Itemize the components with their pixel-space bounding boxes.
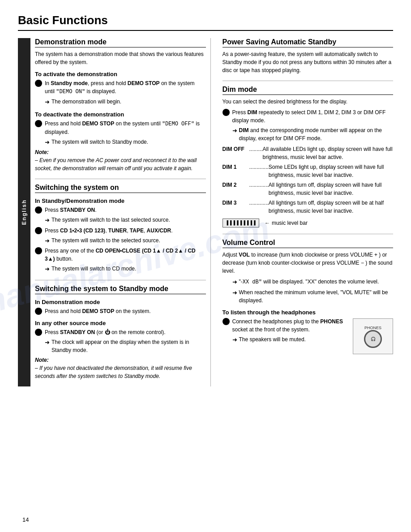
switching-on-title: Switching the system on	[35, 184, 206, 193]
music-bar-visual: ▐▐▐▐▐▐▐▐▐	[223, 219, 259, 227]
phones-box: PHONES 🎧	[353, 318, 393, 354]
volume-title: Volume Control	[223, 239, 394, 248]
arrow-icon-8: ←	[265, 220, 270, 226]
headphones-arrow-text: The speakers will be muted.	[239, 335, 306, 343]
right-column: Power Saving Automatic Standby As a powe…	[220, 38, 394, 386]
headphones-bullet-1: Connect the headphones plug to the PHONE…	[223, 317, 350, 334]
volume-arrow-2-text: When reached the minimum volume level, "…	[239, 288, 394, 305]
standby-bullet-3-text: Press any one of the CD OPEN•CLOSE (CD 1…	[45, 247, 206, 263]
dim-row-dots: .............	[249, 181, 269, 189]
volume-section: Volume Control Adjust VOL to increase (t…	[223, 239, 394, 354]
deactivate-arrow-1: ➜ The system will switch to Standby mode…	[35, 138, 206, 147]
switching-standby-section: Switching the system to Standby mode In …	[35, 285, 206, 380]
sep1: ,	[105, 227, 108, 234]
activate-bullet-1-text: In Standby mode, press and hold DEMO STO…	[45, 79, 206, 96]
music-bar-row: ▐▐▐▐▐▐▐▐▐ ← music level bar	[223, 219, 394, 227]
bullet-icon-9	[223, 318, 230, 325]
dim-row-desc: Some LEDs light up, display screen will …	[269, 163, 393, 179]
bullet-icon-6	[35, 308, 42, 315]
cd123-bold: CD 1•2•3 (CD 123)	[60, 227, 105, 234]
dim-mode-section: Dim mode You can select the desired brig…	[223, 86, 394, 227]
music-bar-label-text: music level bar	[272, 220, 308, 226]
activate-arrow-1: ➜ The demonstration will begin.	[35, 98, 206, 107]
divider-1	[35, 179, 206, 179]
note-text-2: – If you have not deactivated the demons…	[35, 365, 192, 379]
text-press4: Press	[45, 227, 60, 234]
standby-bullet-1: Press STANDBY ON.	[35, 206, 206, 214]
note-text: – Even if you remove the AC power cord a…	[35, 157, 197, 172]
page: manualarchive.com Basic Functions Englis…	[0, 0, 411, 532]
text-press-dim: Press	[232, 109, 248, 116]
phones-circle: 🎧	[364, 330, 382, 348]
dim-row-label: DIM 2	[223, 181, 249, 189]
other-subtitle: In any other source mode	[35, 320, 206, 326]
text-btn: button.	[55, 256, 73, 262]
bullet-icon-8	[223, 109, 230, 116]
headphones-text-area: Connect the headphones plug to the PHONE…	[223, 317, 350, 346]
phones-icon: 🎧	[371, 337, 376, 341]
standby-on-bold: STANDBY ON	[60, 207, 95, 213]
bullet-icon	[35, 80, 42, 87]
activate-title: To activate the demonstration	[35, 71, 206, 77]
bullet-icon-4	[35, 227, 42, 234]
switching-standby-title: Switching the system to Standby mode	[35, 285, 206, 294]
dim-table: DIM OFF ......... All available LEDs lig…	[223, 145, 394, 215]
divider-2	[35, 280, 206, 280]
bullet-icon-2	[35, 120, 42, 127]
text-demostop2: DEMO STOP	[82, 120, 114, 127]
arrow-icon-3: ➜	[45, 216, 50, 225]
dim-mode-title: Dim mode	[223, 86, 394, 95]
other-arrow-1-text: The clock will appear on the display whe…	[51, 338, 206, 354]
demo-bullet-1: Press and hold DEMO STOP on the system.	[35, 307, 206, 315]
text-in: In	[45, 80, 51, 86]
dim-arrow-1: ➜ DIM and the corresponding mode number …	[223, 126, 394, 142]
switching-on-section: Switching the system on In Standby/Demon…	[35, 184, 206, 274]
page-number: 14	[22, 516, 29, 523]
text-press6: Press and hold	[45, 308, 82, 314]
dim-bullet-1: Press DIM repeatedly to select DIM 1, DI…	[223, 108, 394, 124]
activate-arrow-1-text: The demonstration will begin.	[51, 98, 121, 106]
deactivate-bullet-1-text: Press and hold DEMO STOP on the system u…	[45, 120, 206, 136]
demo-mode-section: Demonstration mode The system has a demo…	[35, 38, 206, 172]
arrow-icon-11: ➜	[232, 335, 237, 344]
deactivate-title: To deactivate the demonstration	[35, 111, 206, 118]
activate-bullet-1: In Standby mode, press and hold DEMO STO…	[35, 79, 206, 96]
dim-row-dots: .............	[249, 163, 269, 171]
dim-row: DIM 2 ............. All lightings turn o…	[223, 181, 394, 197]
standby-arrow-3: ➜ The system will switch to CD mode.	[35, 265, 206, 274]
dim-bullet-1-text: Press DIM repeatedly to select DIM 1, DI…	[232, 108, 394, 124]
power-saving-section: Power Saving Automatic Standby As a powe…	[223, 38, 394, 74]
standby-arrow-3-text: The system will switch to CD mode.	[51, 265, 136, 273]
deactivate-bullet-1: Press and hold DEMO STOP on the system u…	[35, 120, 206, 136]
dim-row-dots: .........	[249, 145, 263, 153]
dim-arrow-text: DIM and the corresponding mode number wi…	[239, 126, 394, 142]
text-period: .	[95, 207, 96, 213]
columns: Demonstration mode The system has a demo…	[35, 38, 393, 386]
standby-arrow-2: ➜ The system will switch to the selected…	[35, 236, 206, 245]
tape-bold: TAPE	[130, 227, 144, 234]
arrow-icon-7: ➜	[232, 126, 237, 135]
standby-bullet-2: Press CD 1•2•3 (CD 123), TUNER, TAPE, AU…	[35, 227, 206, 235]
headphones-area: Connect the headphones plug to the PHONE…	[223, 317, 394, 354]
arrow-icon-5: ➜	[45, 265, 50, 274]
phones-box-label: PHONES	[364, 326, 381, 330]
deactivate-arrow-1-text: The system will switch to Standby mode.	[51, 138, 148, 146]
dim-row: DIM 3 ............. All lightings turn o…	[223, 199, 394, 215]
demostop3-bold: DEMO STOP	[82, 308, 114, 314]
dim-row-desc: All lightings turn off, display screen w…	[269, 199, 393, 215]
standbyon2-bold: STANDBY ON	[60, 329, 95, 335]
arrow-icon: ➜	[45, 98, 50, 107]
demo-note: Note: – Even if you remove the AC power …	[35, 148, 206, 172]
volume-arrow-1-text: "-XX dB" will be displayed. "XX" denotes…	[239, 278, 379, 286]
dim-row-label: DIM 1	[223, 163, 249, 171]
text-press7: Press	[45, 329, 60, 335]
standby-arrow-1-text: The system will switch to the last selec…	[51, 216, 170, 224]
bullet-icon-3	[35, 206, 42, 214]
headphones-bullet-text: Connect the headphones plug to the PHONE…	[232, 317, 350, 334]
arrow-icon-2: ➜	[45, 138, 50, 147]
note-label: Note:	[35, 149, 49, 155]
auxcdr-bold: AUX/CDR	[147, 227, 171, 234]
music-bar-label: ← music level bar	[265, 220, 308, 226]
divider-3	[223, 81, 394, 81]
dim-row-desc: All available LEDs light up, display scr…	[263, 145, 393, 161]
